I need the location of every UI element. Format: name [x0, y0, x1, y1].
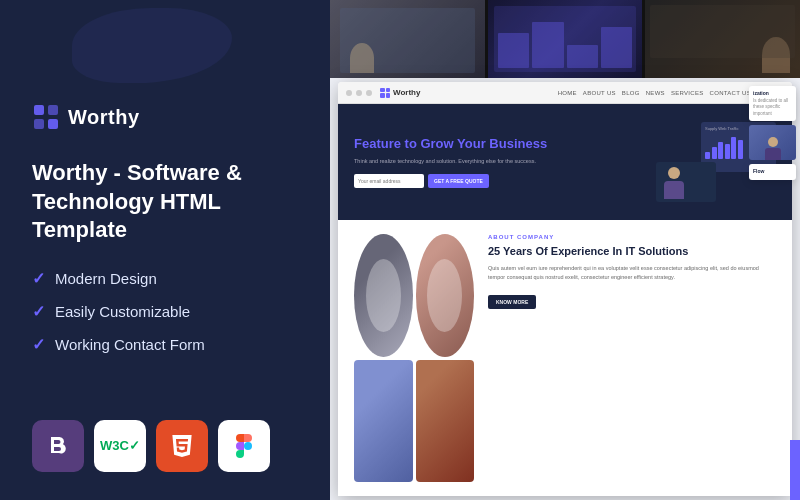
- check-icon-3: ✓: [32, 335, 45, 354]
- know-more-button[interactable]: KNOW MORE: [488, 295, 536, 309]
- about-label: About Company: [488, 234, 776, 240]
- hero-section: Feature to Grow Your Business Think and …: [338, 104, 792, 220]
- face-circle-2: [427, 259, 462, 333]
- float-person-body: [765, 148, 781, 160]
- face-circle-1: [366, 259, 401, 333]
- about-images: [354, 234, 474, 482]
- person-face-2: [416, 234, 475, 357]
- person-head: [668, 167, 680, 179]
- hero-cta-button[interactable]: GET A FREE QUOTE: [428, 174, 489, 188]
- logo-area: Worthy: [32, 103, 298, 131]
- browser-dot-2: [356, 90, 362, 96]
- float-person: [765, 137, 781, 160]
- thumb-1: [330, 0, 485, 78]
- tech-badges: W3C✓: [32, 400, 298, 472]
- person-silhouette: [664, 167, 684, 197]
- top-thumbnails: [330, 0, 800, 78]
- float-img: [749, 125, 796, 160]
- svg-rect-1: [48, 105, 58, 115]
- hero-desc: Think and realize technology and solutio…: [354, 157, 644, 165]
- nav-home[interactable]: HOME: [558, 90, 577, 96]
- product-title: Worthy - Software & Technology HTML Temp…: [32, 159, 298, 245]
- svg-rect-0: [34, 105, 44, 115]
- badge-html5: [156, 420, 208, 472]
- float-card-1-title: ization: [753, 90, 792, 96]
- browser-bar: Worthy HOME ABOUT US BLOG NEWS SERVICES …: [338, 82, 792, 104]
- hero-img-secondary: [656, 162, 716, 202]
- float-card-2-title: Flow: [753, 168, 792, 174]
- check-icon-2: ✓: [32, 302, 45, 321]
- w3c-label: W3C✓: [100, 439, 140, 453]
- logo-text: Worthy: [68, 106, 140, 129]
- hero-cta-row: GET A FREE QUOTE: [354, 174, 644, 188]
- about-section: About Company 25 Years Of Experience In …: [338, 220, 792, 496]
- svg-rect-2: [34, 119, 44, 129]
- right-float-panel: ization Is dedicated to all these specif…: [745, 82, 800, 184]
- person-body: [664, 181, 684, 199]
- nav-about[interactable]: ABOUT US: [583, 90, 616, 96]
- about-img-2: [416, 234, 475, 357]
- nav-news[interactable]: NEWS: [646, 90, 665, 96]
- right-panel: Worthy HOME ABOUT US BLOG NEWS SERVICES …: [330, 0, 800, 500]
- nav-blog[interactable]: BLOG: [622, 90, 640, 96]
- feature-label-2: Easily Customizable: [55, 303, 190, 320]
- nav-services[interactable]: SERVICES: [671, 90, 704, 96]
- thumb-3: [645, 0, 800, 78]
- hero-title: Feature to Grow Your Business: [354, 136, 644, 153]
- person-face-1: [354, 234, 413, 357]
- browser-dot-1: [346, 90, 352, 96]
- feature-item-3: ✓ Working Contact Form: [32, 335, 298, 354]
- about-title: 25 Years Of Experience In IT Solutions: [488, 244, 776, 258]
- grid-icon: [380, 88, 390, 98]
- about-img-4: [416, 360, 475, 483]
- badge-figma: [218, 420, 270, 472]
- float-card-1: ization Is dedicated to all these specif…: [749, 86, 796, 121]
- website-content: Feature to Grow Your Business Think and …: [338, 104, 792, 496]
- browser-window: Worthy HOME ABOUT US BLOG NEWS SERVICES …: [338, 82, 792, 496]
- svg-rect-3: [48, 119, 58, 129]
- browser-logo-text: Worthy: [393, 88, 420, 97]
- hero-title-accent: Business: [489, 136, 547, 151]
- purple-accent-block: [790, 440, 800, 500]
- badge-w3c: W3C✓: [94, 420, 146, 472]
- check-icon-1: ✓: [32, 269, 45, 288]
- badge-bootstrap: [32, 420, 84, 472]
- float-person-head: [768, 137, 778, 147]
- hero-title-main: Feature to Grow Your: [354, 136, 489, 151]
- hero-text: Feature to Grow Your Business Think and …: [354, 136, 644, 187]
- feature-label-1: Modern Design: [55, 270, 157, 287]
- logo-icon: [32, 103, 60, 131]
- float-card-1-text: Is dedicated to all these specific impor…: [753, 98, 792, 117]
- feature-item-2: ✓ Easily Customizable: [32, 302, 298, 321]
- browser-logo-small: Worthy: [380, 88, 420, 98]
- hero-email-input[interactable]: [354, 174, 424, 188]
- about-text: About Company 25 Years Of Experience In …: [488, 234, 776, 482]
- blob-decoration: [72, 8, 232, 83]
- about-desc: Quis autem vel eum iure reprehenderit qu…: [488, 264, 776, 282]
- thumb-2: [488, 0, 643, 78]
- left-panel: Worthy Worthy - Software & Technology HT…: [0, 0, 330, 500]
- features-list: ✓ Modern Design ✓ Easily Customizable ✓ …: [32, 269, 298, 368]
- about-img-1: [354, 234, 413, 357]
- float-card-2: Flow: [749, 164, 796, 180]
- feature-label-3: Working Contact Form: [55, 336, 205, 353]
- feature-item-1: ✓ Modern Design: [32, 269, 298, 288]
- about-img-3: [354, 360, 413, 483]
- browser-dot-3: [366, 90, 372, 96]
